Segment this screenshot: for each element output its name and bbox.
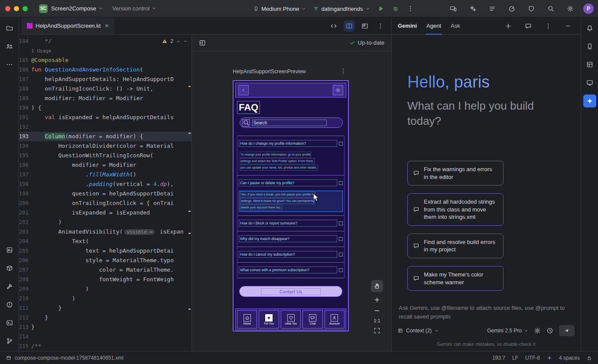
zoom-window-button[interactable] bbox=[23, 6, 28, 11]
ai-spark-icon[interactable] bbox=[547, 355, 552, 361]
ui-check-icon[interactable] bbox=[199, 39, 206, 46]
code-line[interactable]: 189 modifier: Modifier = Modifier bbox=[19, 94, 192, 103]
code-line[interactable]: 193 Column(modifier = modifier) { bbox=[19, 132, 192, 141]
chat-history-icon[interactable] bbox=[522, 20, 535, 32]
code-line[interactable]: 206 style = MaterialTheme.typo bbox=[19, 256, 192, 265]
zoom-actual-button[interactable]: 1:1 bbox=[374, 318, 380, 323]
ai-assist-icon[interactable] bbox=[466, 2, 479, 15]
context-selector[interactable]: Context (2) bbox=[398, 328, 439, 334]
code-line[interactable]: 188 onTrailingIconClick: () -> Unit, bbox=[19, 84, 192, 94]
minimize-window-button[interactable] bbox=[14, 6, 19, 11]
code-line[interactable]: 191 val isExpanded = helpAndSupportDetai… bbox=[19, 113, 192, 122]
running-devices-icon[interactable] bbox=[486, 2, 499, 15]
line-separator[interactable]: LF bbox=[512, 355, 518, 361]
version-control-icon[interactable] bbox=[3, 335, 16, 348]
stripe-mark[interactable] bbox=[188, 133, 191, 134]
code-line[interactable]: 190) { bbox=[19, 103, 192, 113]
code-line[interactable]: 208 fontWeight = FontWeigh bbox=[19, 275, 192, 284]
run-configuration-selector[interactable]: datingandfriends bbox=[313, 6, 369, 12]
inspections-widget[interactable]: 2 bbox=[162, 38, 187, 44]
model-selector[interactable]: Gemini 2.5 Pro bbox=[487, 328, 528, 334]
split-view-icon[interactable] bbox=[344, 20, 355, 32]
gemini-icon[interactable] bbox=[583, 94, 596, 107]
code-line[interactable]: 203 AnimatedVisibility(visible = isExpan bbox=[19, 227, 192, 237]
code-line[interactable]: 212 } bbox=[19, 313, 192, 322]
pan-tool-button[interactable] bbox=[371, 280, 383, 292]
preview-canvas[interactable]: HelpAndSupportScreenPreview FAQ Search H… bbox=[192, 51, 391, 351]
next-issue-icon[interactable] bbox=[183, 39, 187, 43]
stripe-mark[interactable] bbox=[188, 233, 191, 234]
suggestion-card[interactable]: Find and resolve build errors in my proj… bbox=[407, 234, 504, 258]
code-editor[interactable]: 184 */1 Usage185@Composable186fun Questi… bbox=[19, 35, 192, 351]
indent-setting[interactable]: 4 spaces bbox=[559, 355, 580, 361]
gemini-input[interactable]: Ask Gemini, use @filename to attach sour… bbox=[392, 298, 581, 321]
code-line[interactable]: 200 onTrailingIconClick = { onTrai bbox=[19, 198, 192, 208]
more-run-options-icon[interactable] bbox=[407, 5, 414, 12]
code-line[interactable]: 192 bbox=[19, 122, 192, 132]
suggestion-card[interactable]: Fix the warnings and errors in the edito… bbox=[407, 161, 504, 185]
gemini-settings-icon[interactable] bbox=[534, 327, 541, 334]
code-line[interactable]: 187 helpAndSupportDetails: HelpAndSuppor… bbox=[19, 75, 192, 84]
send-button[interactable] bbox=[559, 325, 575, 336]
stripe-mark[interactable] bbox=[188, 86, 191, 87]
history-icon[interactable] bbox=[546, 327, 553, 334]
code-line[interactable]: 211 } bbox=[19, 303, 192, 313]
stripe-mark[interactable] bbox=[188, 309, 191, 310]
device-manager-icon[interactable] bbox=[583, 40, 596, 53]
editor-tab[interactable]: HelpAndSupportScreen.kt ✕ bbox=[22, 17, 114, 34]
search-icon[interactable] bbox=[544, 2, 557, 15]
code-line[interactable]: 185@Composable bbox=[19, 55, 192, 65]
avatar[interactable]: P bbox=[583, 3, 594, 14]
unlock-icon[interactable] bbox=[587, 355, 592, 361]
stripe-mark[interactable] bbox=[188, 211, 191, 212]
zoom-out-button[interactable] bbox=[374, 307, 380, 314]
preview-menu-icon[interactable] bbox=[340, 68, 347, 75]
code-line[interactable]: 196 modifier = Modifier bbox=[19, 160, 192, 170]
code-line[interactable]: 207 color = MaterialTheme. bbox=[19, 265, 192, 275]
device-mirroring-icon[interactable] bbox=[447, 2, 460, 15]
cursor-position[interactable]: 193:7 bbox=[492, 355, 505, 361]
run-button[interactable] bbox=[377, 5, 384, 12]
status-file-name[interactable]: compose-compose-model-1758748140651.xml bbox=[15, 355, 124, 361]
hide-panel-icon[interactable] bbox=[562, 20, 575, 32]
editor-more-icon[interactable] bbox=[375, 20, 386, 32]
code-line[interactable]: 195 QuestionWithTrailingIconRow( bbox=[19, 151, 192, 160]
zoom-in-button[interactable] bbox=[374, 296, 380, 303]
preview-name[interactable]: HelpAndSupportScreenPreview bbox=[233, 68, 306, 75]
more-tool-windows-icon[interactable] bbox=[3, 58, 16, 71]
previous-issue-icon[interactable] bbox=[176, 39, 180, 43]
notifications-icon[interactable] bbox=[583, 22, 596, 35]
code-line[interactable]: 198 .padding(vertical = 4.dp), bbox=[19, 179, 192, 189]
window-controls[interactable] bbox=[5, 6, 28, 11]
code-line[interactable]: 215/** bbox=[19, 341, 192, 351]
code-line[interactable]: 213} bbox=[19, 322, 192, 332]
code-line[interactable]: 210 ) bbox=[19, 294, 192, 303]
code-line[interactable]: 214 bbox=[19, 332, 192, 341]
terminal-icon[interactable] bbox=[3, 316, 16, 329]
design-view-icon[interactable] bbox=[359, 20, 370, 32]
code-line[interactable]: 199 question = helpAndSupportDetai bbox=[19, 189, 192, 198]
new-chat-icon[interactable] bbox=[502, 20, 515, 32]
project-folder-icon[interactable] bbox=[3, 22, 16, 35]
code-line[interactable]: 1 Usage bbox=[19, 46, 192, 55]
pull-requests-icon[interactable] bbox=[3, 40, 16, 53]
packages-icon[interactable] bbox=[3, 262, 16, 275]
file-encoding[interactable]: UTF-8 bbox=[525, 355, 540, 361]
tab-agent[interactable]: Agent bbox=[426, 17, 441, 35]
close-tab-icon[interactable]: ✕ bbox=[104, 23, 109, 29]
code-line[interactable]: 186fun QuestionAndAnswerInfoSection( bbox=[19, 65, 192, 75]
more-options-icon[interactable] bbox=[542, 20, 555, 32]
vcs-widget[interactable]: Version control bbox=[112, 5, 156, 12]
layout-inspector-icon[interactable] bbox=[583, 58, 596, 71]
logcat-icon[interactable] bbox=[3, 244, 16, 257]
code-line[interactable]: 197 .fillMaxWidth() bbox=[19, 170, 192, 179]
profiler-icon[interactable] bbox=[505, 2, 518, 15]
build-icon[interactable] bbox=[3, 280, 16, 293]
device-selector[interactable]: Medium Phone bbox=[254, 6, 306, 12]
close-window-button[interactable] bbox=[5, 6, 10, 11]
suggestion-card[interactable]: Extract all hardcoded strings from this … bbox=[407, 193, 504, 226]
suggestion-card[interactable]: Make my Theme's color scheme warmer bbox=[407, 266, 504, 291]
zoom-to-fit-button[interactable] bbox=[374, 327, 380, 334]
tab-ask[interactable]: Ask bbox=[451, 17, 460, 35]
phone-preview[interactable]: FAQ Search How do I change my profile in… bbox=[233, 80, 349, 332]
